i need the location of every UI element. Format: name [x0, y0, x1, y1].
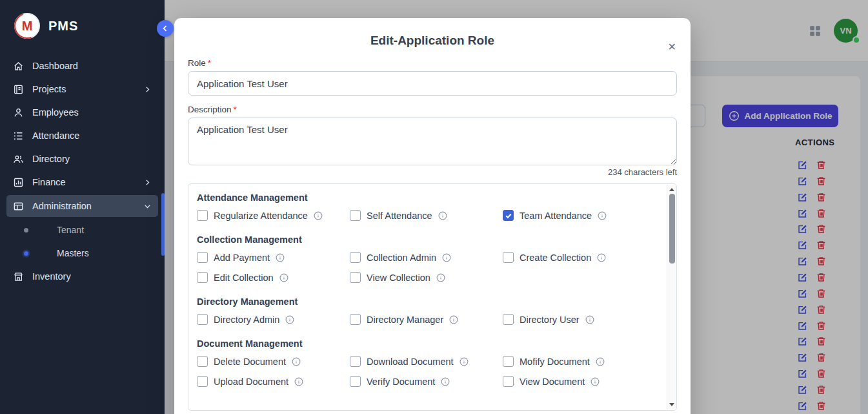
- permissions-panel: Attendance ManagementRegularize Attendan…: [188, 183, 677, 411]
- permission-label: Regularize Attendance: [214, 211, 308, 221]
- permission-option-self-attendance[interactable]: Self Attendance: [350, 205, 503, 225]
- permission-label: Directory Manager: [367, 315, 443, 325]
- finance-icon: [13, 177, 24, 188]
- role-label: Role*: [188, 58, 677, 68]
- inventory-icon: [13, 271, 24, 282]
- admin-icon: [13, 201, 24, 212]
- checkbox-icon[interactable]: [503, 356, 514, 367]
- sidebar-subitem-tenant[interactable]: Tenant: [0, 218, 165, 242]
- permission-group: Collection ManagementAdd PaymentCollecti…: [197, 234, 656, 287]
- edit-application-role-modal: Edit-Application Role ✕ Role* Descriptio…: [174, 18, 691, 414]
- sidebar-nav: DashboardProjectsEmployeesAttendanceDire…: [0, 54, 165, 288]
- characters-left-text: 234 characters left: [188, 167, 677, 177]
- permission-label: View Collection: [367, 273, 430, 283]
- sidebar-item-dashboard[interactable]: Dashboard: [0, 54, 165, 78]
- permission-option-view-collection[interactable]: View Collection: [350, 267, 503, 287]
- sidebar-item-administration[interactable]: Administration: [6, 195, 158, 217]
- checkbox-icon[interactable]: [197, 272, 208, 283]
- chevron-left-icon: [161, 24, 170, 33]
- permissions-scrollbar[interactable]: [667, 185, 676, 409]
- checkbox-icon[interactable]: [503, 252, 514, 263]
- permission-option-edit-collection[interactable]: Edit Collection: [197, 267, 350, 287]
- permission-option-verify-document[interactable]: Verify Document: [350, 371, 503, 391]
- sidebar-item-label: Administration: [32, 201, 92, 211]
- info-icon: [438, 211, 447, 220]
- permission-group: Directory ManagementDirectory AdminDirec…: [197, 296, 656, 329]
- sidebar-subitem-label: Masters: [57, 248, 89, 258]
- role-input[interactable]: [188, 71, 677, 96]
- permission-label: Add Payment: [214, 253, 270, 263]
- checkbox-icon[interactable]: [350, 314, 361, 325]
- permission-label: Verify Document: [367, 377, 435, 387]
- required-marker: *: [208, 58, 211, 68]
- checkbox-icon[interactable]: [197, 314, 208, 325]
- role-label-text: Role: [188, 58, 206, 68]
- permission-option-delete-document[interactable]: Delete Document: [197, 351, 350, 371]
- checkbox-icon[interactable]: [503, 376, 514, 387]
- sidebar-item-label: Finance: [32, 177, 66, 187]
- checkbox-icon[interactable]: [350, 210, 361, 221]
- description-label: Description*: [188, 105, 677, 114]
- sidebar-item-employees[interactable]: Employees: [0, 101, 165, 124]
- people-icon: [13, 154, 24, 165]
- checkbox-icon[interactable]: [197, 376, 208, 387]
- scroll-down-icon[interactable]: [669, 403, 674, 406]
- modal-title: Edit-Application Role: [188, 34, 677, 48]
- sidebar-item-directory[interactable]: Directory: [0, 147, 165, 171]
- permission-option-download-document[interactable]: Download Document: [350, 351, 503, 371]
- permission-label: Team Attendance: [520, 211, 592, 221]
- permission-label: Edit Collection: [214, 273, 274, 283]
- checkbox-checked-icon[interactable]: [503, 210, 514, 221]
- permission-group-title: Attendance Management: [197, 192, 656, 203]
- info-icon: [294, 377, 303, 386]
- checkbox-icon[interactable]: [350, 356, 361, 367]
- sidebar-item-inventory[interactable]: Inventory: [0, 265, 165, 288]
- checkbox-icon[interactable]: [350, 252, 361, 263]
- close-icon[interactable]: ✕: [668, 42, 676, 52]
- permission-option-directory-admin[interactable]: Directory Admin: [197, 309, 350, 329]
- permission-option-collection-admin[interactable]: Collection Admin: [350, 247, 503, 267]
- person-icon: [13, 107, 24, 118]
- permission-option-team-attendance[interactable]: Team Attendance: [503, 205, 656, 225]
- permission-option-regularize-attendance[interactable]: Regularize Attendance: [197, 205, 350, 225]
- permission-label: Delete Document: [214, 357, 286, 367]
- chevron-right-icon: [143, 85, 152, 94]
- checkbox-icon[interactable]: [197, 252, 208, 263]
- info-icon: [441, 377, 450, 386]
- sidebar-item-finance[interactable]: Finance: [0, 171, 165, 194]
- info-icon: [285, 315, 294, 324]
- checkbox-icon[interactable]: [197, 210, 208, 221]
- scroll-up-icon[interactable]: [669, 188, 674, 191]
- checkbox-icon[interactable]: [350, 376, 361, 387]
- chevron-down-icon: [143, 202, 152, 211]
- permission-option-view-document[interactable]: View Document: [503, 371, 656, 391]
- permission-label: Directory User: [520, 315, 580, 325]
- sidebar-item-attendance[interactable]: Attendance: [0, 124, 165, 147]
- logo-icon: M: [14, 13, 40, 39]
- list-icon: [13, 130, 24, 141]
- permission-option-directory-user[interactable]: Directory User: [503, 309, 656, 329]
- permission-option-upload-document[interactable]: Upload Document: [197, 371, 350, 391]
- checkbox-icon[interactable]: [197, 356, 208, 367]
- permission-label: Create Collection: [520, 253, 591, 263]
- sidebar-subitem-masters[interactable]: Masters: [0, 242, 165, 265]
- permission-option-create-collection[interactable]: Create Collection: [503, 247, 656, 267]
- permission-option-mofify-document[interactable]: Mofify Document: [503, 351, 656, 371]
- description-label-text: Description: [188, 105, 232, 114]
- sidebar-item-projects[interactable]: Projects: [0, 78, 165, 101]
- checkbox-icon[interactable]: [350, 272, 361, 283]
- sidebar-collapse-button[interactable]: [157, 20, 174, 37]
- description-input[interactable]: Application Test User: [188, 118, 677, 165]
- permission-option-add-payment[interactable]: Add Payment: [197, 247, 350, 267]
- permission-group-title: Document Management: [197, 338, 656, 349]
- checkbox-icon[interactable]: [503, 314, 514, 325]
- bullet-icon: [24, 251, 28, 256]
- info-icon: [279, 273, 288, 282]
- scrollbar-thumb[interactable]: [669, 194, 675, 264]
- sidebar-item-label: Inventory: [32, 271, 71, 282]
- info-icon: [597, 253, 606, 262]
- info-icon: [585, 315, 594, 324]
- info-icon: [596, 357, 605, 366]
- permission-option-directory-manager[interactable]: Directory Manager: [350, 309, 503, 329]
- info-icon: [276, 253, 285, 262]
